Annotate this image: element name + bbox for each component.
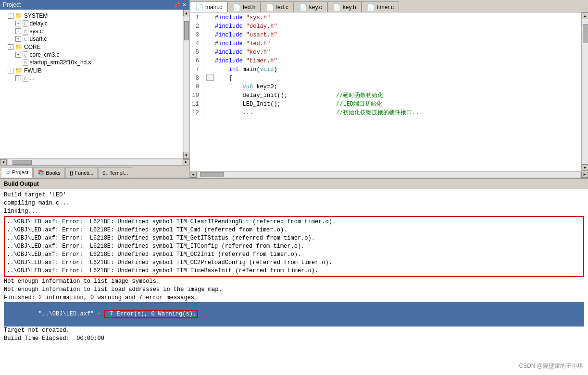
tree-item-core[interactable]: - 📁 CORE bbox=[0, 43, 183, 51]
expand-fwlib-sub[interactable]: + bbox=[15, 75, 21, 81]
tree-label-system: SYSTEM bbox=[24, 12, 48, 19]
tab-main-c[interactable]: 📄 main.c bbox=[190, 1, 227, 12]
tab-functions[interactable]: {} Functi... bbox=[65, 167, 98, 178]
scroll-thumb[interactable] bbox=[184, 21, 189, 40]
error-line-1: ..\OBJ\LED.axf: Error: L6218E: Undefined… bbox=[7, 218, 581, 226]
code-line-11: 11 LED_Init(); //LED端口初始化 bbox=[190, 100, 581, 109]
fold-8[interactable]: - bbox=[206, 74, 214, 81]
scroll-down-btn[interactable]: ▼ bbox=[183, 152, 190, 158]
file-icon-usart: c bbox=[23, 36, 28, 42]
build-summary-row[interactable]: "..\OBJ\LED.axf" - 7 Error(s), 0 Warning… bbox=[4, 302, 584, 327]
build-line-finished: Finished: 2 information, 0 warning and 7… bbox=[4, 294, 584, 302]
expand-sys[interactable]: + bbox=[15, 28, 21, 34]
expand-delay[interactable]: + bbox=[15, 21, 21, 26]
error-line-4: ..\OBJ\LED.axf: Error: L6218E: Undefined… bbox=[7, 242, 581, 251]
summary-error-count: 7 Error(s), 0 Warning(s). bbox=[104, 310, 198, 318]
editor-hscrollbar[interactable]: ◄ ► bbox=[190, 171, 588, 178]
top-panel: Project 📌 ✕ - 📁 SYSTEM + c bbox=[0, 0, 588, 178]
editor-scroll-down[interactable]: ▼ bbox=[582, 164, 588, 171]
main-c-label: main.c bbox=[205, 4, 222, 11]
editor-scroll-up[interactable]: ▲ bbox=[582, 12, 588, 19]
expand-system[interactable]: - bbox=[8, 13, 13, 19]
code-line-12: 12 ... //初始化按键连接的硬件接口... bbox=[190, 109, 581, 117]
expand-fwlib[interactable]: - bbox=[8, 68, 13, 73]
build-line-info1: Not enough information to list image sym… bbox=[4, 278, 584, 286]
tab-led-c[interactable]: 📄 led.c bbox=[261, 1, 293, 12]
scroll-track[interactable] bbox=[184, 16, 189, 152]
pin-icon[interactable]: 📌 bbox=[174, 2, 180, 8]
editor-hscroll-left[interactable]: ◄ bbox=[190, 172, 197, 178]
code-line-6: 6 #include "timer.h" bbox=[190, 57, 581, 65]
build-titlebar: Build Output bbox=[0, 179, 588, 189]
led-h-label: led.h bbox=[243, 4, 255, 11]
tree-item-usart-c[interactable]: + c usart.c bbox=[0, 35, 183, 43]
tree-label-fwlib: FWLIB bbox=[24, 67, 42, 74]
file-icon-delay: c bbox=[23, 20, 28, 27]
error-line-3: ..\OBJ\LED.axf: Error: L6218E: Undefined… bbox=[7, 234, 581, 242]
editor-hscroll-right[interactable]: ► bbox=[581, 172, 588, 178]
tree-item-fwlib[interactable]: - 📁 FWLIB bbox=[0, 66, 183, 74]
build-output[interactable]: Build target 'LED' compiling main.c... l… bbox=[0, 189, 588, 375]
code-content-10: delay_init(); //延时函数初始化 bbox=[214, 91, 581, 100]
expand-core[interactable]: - bbox=[8, 44, 13, 50]
tree-item-fwlib-sub[interactable]: + c ... bbox=[0, 74, 183, 82]
tab-key-c[interactable]: 📄 key.c bbox=[294, 1, 327, 12]
editor-scroll-track[interactable] bbox=[582, 19, 588, 164]
tab-key-h[interactable]: 📄 key.h bbox=[327, 1, 362, 12]
hscroll-thumb[interactable] bbox=[13, 160, 32, 165]
tree-item-delay-c[interactable]: + c delay.c bbox=[0, 20, 183, 27]
build-line-linking: linking... bbox=[4, 207, 584, 216]
tree-item-sys-c[interactable]: + c sys.c bbox=[0, 27, 183, 35]
editor-vscrollbar[interactable]: ▲ ▼ bbox=[581, 12, 588, 171]
code-content-4: #include "led.h" bbox=[214, 39, 581, 48]
code-content-1: #include "sys.h" bbox=[214, 13, 581, 22]
file-icon-sys: c bbox=[23, 28, 28, 35]
project-vscrollbar[interactable]: ▲ ▼ bbox=[183, 10, 189, 158]
tree-label-usart: usart.c bbox=[30, 36, 47, 42]
project-hscrollbar[interactable]: ◄ ► bbox=[0, 158, 189, 165]
error-line-7: ..\OBJ\LED.axf: Error: L6218E: Undefined… bbox=[7, 267, 581, 275]
key-c-label: key.c bbox=[309, 4, 322, 11]
tree-item-core-cm3[interactable]: + c core_cm3.c bbox=[0, 51, 183, 59]
close-icon[interactable]: ✕ bbox=[182, 2, 187, 8]
tab-led-h[interactable]: 📄 led.h bbox=[227, 1, 261, 12]
key-h-label: key.h bbox=[343, 4, 356, 11]
tab-books[interactable]: 📚 Books bbox=[33, 167, 65, 178]
code-editor-wrapper: 1 #include "sys.h" 2 #include "delay.h" … bbox=[190, 12, 588, 171]
tree-item-startup[interactable]: s startup_stm32f10x_hd.s bbox=[0, 59, 183, 66]
line-num-8: 8 bbox=[190, 74, 203, 83]
error-line-2: ..\OBJ\LED.axf: Error: L6218E: Undefined… bbox=[7, 226, 581, 234]
file-icon-startup: s bbox=[23, 59, 28, 66]
tree-item-system[interactable]: - 📁 SYSTEM bbox=[0, 12, 183, 20]
tab-templates[interactable]: 0↓ Templ... bbox=[98, 167, 132, 178]
code-editor[interactable]: 1 #include "sys.h" 2 #include "delay.h" … bbox=[190, 12, 581, 171]
editor-hscroll-thumb[interactable] bbox=[200, 172, 224, 177]
editor-scroll-thumb[interactable] bbox=[583, 24, 588, 43]
code-panel: 📄 main.c 📄 led.h 📄 led.c 📄 key.c 📄 bbox=[190, 0, 588, 178]
tab-timer-c[interactable]: 📄 timer.c bbox=[362, 1, 399, 12]
editor-hscroll-track[interactable] bbox=[198, 172, 580, 178]
scroll-up-btn[interactable]: ▲ bbox=[183, 10, 190, 16]
hscroll-right-btn[interactable]: ► bbox=[183, 159, 189, 165]
led-h-icon: 📄 bbox=[233, 3, 241, 11]
summary-prefix: "..\OBJ\LED.axf" - bbox=[38, 311, 104, 317]
expand-core-cm3[interactable]: + bbox=[15, 52, 21, 58]
line-num-3: 3 bbox=[190, 31, 203, 39]
line-num-4: 4 bbox=[190, 39, 203, 48]
tab-project[interactable]: 🗂 Project bbox=[1, 167, 33, 178]
expand-placeholder-startup bbox=[15, 60, 21, 65]
expand-usart[interactable]: + bbox=[15, 36, 21, 42]
books-tab-icon: 📚 bbox=[38, 169, 44, 176]
led-c-icon: 📄 bbox=[266, 3, 274, 11]
code-content-3: #include "usart.h" bbox=[214, 31, 581, 39]
code-tabs: 📄 main.c 📄 led.h 📄 led.c 📄 key.c 📄 bbox=[190, 0, 588, 12]
build-panel: Build Output Build target 'LED' compilin… bbox=[0, 178, 588, 375]
code-content-7: int main(void) bbox=[214, 65, 581, 74]
project-bottom-tabs: 🗂 Project 📚 Books {} Functi... 0↓ Templ.… bbox=[0, 165, 189, 178]
hscroll-left-btn[interactable]: ◄ bbox=[0, 159, 7, 165]
hscroll-track[interactable] bbox=[8, 159, 182, 165]
key-h-icon: 📄 bbox=[333, 3, 341, 11]
build-title: Build Output bbox=[4, 181, 39, 187]
line-num-2: 2 bbox=[190, 22, 203, 31]
code-content-12: ... //初始化按键连接的硬件接口... bbox=[214, 109, 581, 117]
